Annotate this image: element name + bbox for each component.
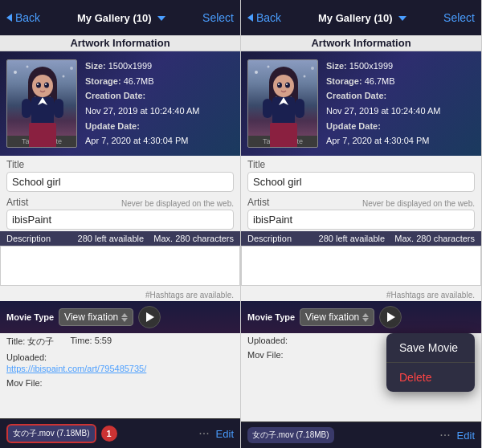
selector-arrows-left [121,313,128,322]
anime-figure-left [7,60,77,148]
bottom-icons-left: ··· Edit [198,426,234,441]
title-info-left: Title: 女の子 [6,336,55,348]
play-icon-left [146,312,154,322]
desc-label-right: Description [247,234,292,243]
movie-selector-value-right: View fixation [305,312,359,323]
context-menu: Save Movie Delete [386,333,475,392]
creation-value-right: Nov 27, 2019 at 10:24:40 AM [326,106,441,116]
svg-point-28 [277,83,282,88]
dots-icon-right[interactable]: ··· [439,428,450,442]
movie-section-right: Movie Type View fixation [241,301,481,333]
title-label-right: Title [247,159,475,170]
hashtag-hint-right: #Hashtags are available. [241,289,481,301]
mov-label-right: Mov File: [247,350,284,360]
chevron-left-icon-right [247,14,253,22]
back-label-left: Back [15,11,40,24]
badge-left: 1 [101,426,117,442]
bottom-bar-left: 女の子.mov (7.18MB) 1 ··· Edit [0,418,240,448]
desc-textarea-left[interactable] [0,246,240,286]
movie-type-label-left: Movie Type [6,312,54,322]
chevron-down-icon-right [398,16,406,21]
image-section-left: Tap to rotate Size: 1500x1999 Storage: 4… [0,51,240,156]
title-input-left[interactable] [6,172,234,192]
mov-label-left: Mov File: [6,378,43,388]
svg-rect-16 [29,123,56,148]
form-section-left: Title Artist Never be displayed on the w… [0,156,240,418]
artist-hint-right: Never be displayed on the web. [362,199,475,208]
hashtag-hint-left: #Hashtags are available. [0,289,240,301]
bottom-icons-right: ··· Edit [439,428,475,442]
movie-selector-value-left: View fixation [64,312,118,323]
play-button-left[interactable] [138,306,161,328]
svg-rect-36 [263,99,272,118]
nav-title-left: My Gallery (10) [40,12,202,24]
mov-info-left: Mov File: [0,376,240,390]
play-icon-right [387,312,395,322]
artist-input-left[interactable] [6,210,234,230]
artist-label-row-right: Artist Never be displayed on the web. [247,197,475,210]
link-info-left: Uploaded: https://ibispaint.com/art/7954… [0,350,240,376]
svg-point-22 [304,75,306,78]
svg-point-8 [32,75,53,97]
svg-point-29 [285,83,290,88]
thumb-image-left [7,60,76,136]
uploaded-label-left: Uploaded: [6,352,234,362]
panel-right: Back My Gallery (10) Select Artwork Info… [241,0,482,448]
svg-point-20 [268,66,270,68]
creation-label-right: Creation Date: [326,91,386,100]
artwork-info-block-left: Size: 1500x1999 Storage: 46.7MB Creation… [85,59,200,149]
svg-point-27 [273,75,294,97]
title-input-right[interactable] [247,172,475,192]
svg-rect-35 [270,123,297,148]
desc-label-left: Description [6,234,51,243]
artwork-link-left[interactable]: https://ibispaint.com/art/795485735/ [6,364,234,373]
svg-point-4 [70,67,73,70]
edit-button-left[interactable]: Edit [216,428,234,440]
select-button-right[interactable]: Select [443,11,475,24]
desc-count-left: 280 left available Max. 280 characters [78,234,234,243]
artist-input-right[interactable] [247,210,475,230]
edit-button-right[interactable]: Edit [457,430,475,442]
chevron-down-icon-left [157,16,165,21]
size-label-right: Size: [326,61,347,71]
title-group-left: Title [0,156,240,193]
back-label-right: Back [256,11,281,24]
update-label-right: Update Date: [326,121,381,131]
desc-textarea-right[interactable] [241,246,481,286]
svg-rect-18 [54,99,63,118]
chevron-left-icon [6,14,12,22]
desc-header-left: Description 280 left available Max. 280 … [0,231,240,246]
arrow-down-icon-left [121,318,128,322]
thumb-image-right [248,60,317,136]
back-button-right[interactable]: Back [247,11,281,24]
storage-value-right: 46.7MB [365,76,395,86]
artist-group-left: Artist Never be displayed on the web. [0,193,240,231]
dots-icon-left[interactable]: ··· [198,426,209,441]
back-button-left[interactable]: Back [6,11,40,24]
nav-title-right: My Gallery (10) [281,12,443,24]
save-movie-menu-item[interactable]: Save Movie [386,333,475,363]
creation-value-left: Nov 27, 2019 at 10:24:40 AM [85,106,200,116]
uploaded-label-right: Uploaded: [247,336,288,345]
play-button-right[interactable] [379,306,402,328]
file-chip-left[interactable]: 女の子.mov (7.18MB) [6,424,96,443]
file-chip-right[interactable]: 女の子.mov (7.18MB) [247,427,334,443]
artist-label-row-left: Artist Never be displayed on the web. [6,197,234,210]
svg-point-11 [37,83,39,85]
time-info-left: Time: 5:59 [71,336,112,348]
artist-group-right: Artist Never be displayed on the web. [241,193,481,231]
movie-type-label-right: Movie Type [247,312,295,322]
select-button-left[interactable]: Select [202,11,234,24]
artwork-thumbnail-left[interactable]: Tap to rotate [6,59,77,148]
svg-point-0 [14,71,17,74]
svg-rect-37 [295,99,304,118]
size-value-right: 1500x1999 [349,61,393,71]
creation-label-left: Creation Date: [85,91,145,100]
arrow-up-icon-right [362,313,369,317]
movie-selector-right[interactable]: View fixation [300,308,374,326]
desc-header-right: Description 280 left available Max. 280 … [241,231,481,246]
svg-point-12 [45,83,47,85]
artwork-thumbnail-right[interactable]: Tap to rotate [247,59,318,148]
delete-menu-item[interactable]: Delete [386,363,475,392]
movie-selector-left[interactable]: View fixation [59,308,133,326]
